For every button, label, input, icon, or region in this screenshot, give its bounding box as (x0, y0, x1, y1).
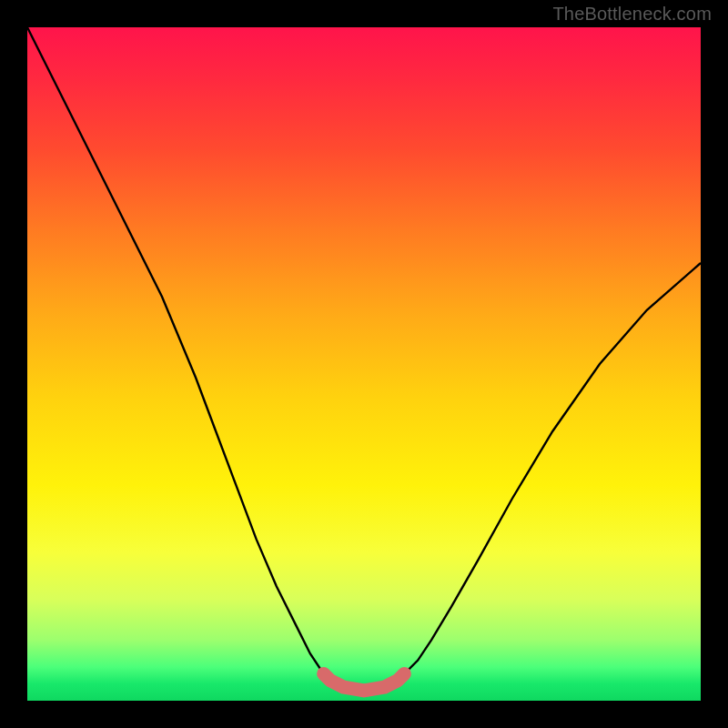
chart-svg (27, 27, 701, 701)
chart-plot-area (27, 27, 701, 701)
optimal-band-highlight (324, 673, 405, 691)
chart-frame (18, 18, 710, 710)
bottleneck-curve (27, 27, 701, 691)
watermark-text: TheBottleneck.com (552, 4, 712, 25)
